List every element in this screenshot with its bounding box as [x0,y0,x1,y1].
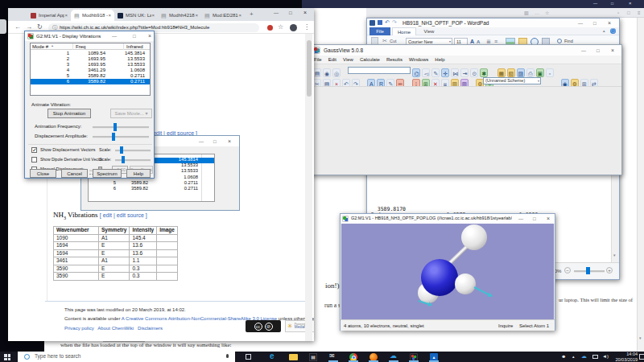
new-tab-button[interactable]: + [250,11,254,18]
tab-close-icon[interactable]: × [195,13,198,18]
maximize-icon[interactable]: □ [289,10,292,15]
tab-close-icon[interactable]: × [151,13,155,18]
nitrogen-atom[interactable] [421,259,458,296]
zoom-in-icon[interactable]: + [606,267,613,274]
avatar[interactable] [290,24,297,31]
menu-help[interactable]: Help [435,57,444,62]
hydrogen-atom-top[interactable] [461,224,487,250]
microphone-icon[interactable] [226,354,229,358]
cut-label[interactable]: Cut [390,39,397,44]
network-icon[interactable] [592,355,598,359]
minimize-icon[interactable]: — [112,34,117,39]
close-icon[interactable]: × [303,10,307,15]
show-dipole-checkbox[interactable] [31,157,37,162]
volume-icon[interactable]: ◄) [602,354,609,359]
about-link[interactable]: About ChemWiki [97,326,134,331]
save-movie-button[interactable]: Save Movie... ▾ [110,109,152,118]
close-icon[interactable]: × [608,20,611,26]
animation-frequency-handle[interactable] [114,123,117,131]
mode-row[interactable]: 21693.9513.5533 [31,56,150,62]
tab-close-icon[interactable]: × [238,13,242,18]
help-button[interactable]: Help [126,169,151,178]
maximize-icon[interactable]: □ [611,2,613,6]
wordpad-titlebar[interactable]: ↶ ↷ HB918_NH3_OPTF_POP - WordPad — □ × [367,19,619,27]
indent-icon[interactable]: ≣ [486,39,491,44]
window-icon[interactable]: □ [627,10,630,15]
mode-row[interactable]: 11089.54145.3814 [31,51,150,56]
forward-icon[interactable]: → [26,24,32,31]
onedrive-tray-icon[interactable]: ☁ [581,353,587,359]
cut-icon[interactable]: ✂ [382,38,387,43]
tab-close-icon[interactable]: × [108,13,111,18]
section-edit-links[interactable]: [ edit | edit source ] [100,212,147,218]
minimize-icon[interactable]: — [518,216,523,221]
mode-row[interactable]: 43461.291.0608 [31,68,150,73]
animation-frequency-slider[interactable] [93,126,149,129]
displacement-amplitude-slider[interactable] [93,136,149,138]
menu-windows[interactable]: Windows [409,57,428,62]
spectrum-button[interactable]: Spectrum [93,169,122,178]
find-label[interactable]: Find [564,39,573,44]
dipole-scale-slider[interactable] [115,159,151,162]
tab-moded2810[interactable]: ▤ Mod:ED2810 × [201,10,245,21]
file-explorer-icon[interactable] [289,354,298,360]
edge-icon[interactable]: e [270,352,275,360]
menu-edit[interactable]: Edit [328,57,336,62]
save-icon[interactable] [378,20,382,25]
tab-modhb918[interactable]: ▤ Modhb918 - ... × [71,10,114,21]
disclaimers-link[interactable]: Disclaimers [138,326,163,331]
maximize-icon[interactable]: □ [533,216,536,221]
page-scrollbar[interactable] [305,34,312,341]
extensions-icon[interactable]: ▥ [524,10,529,15]
redo-icon[interactable]: ↷ [392,19,397,25]
molecule-viewport[interactable] [341,224,554,319]
tab-home[interactable]: Home [392,27,416,35]
close-icon[interactable]: × [629,1,632,6]
extension-icon[interactable] [267,25,273,31]
tab-imperial[interactable]: Imperial App... × [27,10,71,21]
mode-row-selected[interactable]: 63589.820.2711 [31,79,150,84]
scroll-down-icon[interactable]: ▾ [639,336,642,340]
dipole-scale-handle[interactable] [122,156,125,163]
store-icon[interactable]: ▤ [309,353,317,361]
stop-animation-button[interactable]: Stop Animation [47,109,91,118]
close-button[interactable]: Close [30,169,56,178]
show-vectors-checkbox[interactable]: ✓ [31,147,37,153]
close-icon[interactable]: × [611,47,614,53]
maximize-icon[interactable]: □ [597,48,600,53]
hydrogen-atom-right[interactable] [455,274,476,294]
vectors-scale-handle[interactable] [120,146,123,154]
dialog-titlebar[interactable]: G2:M1:V1 - Display Vibrations — □ × [25,31,154,41]
browser-menu-icon[interactable]: ⋮ [303,24,310,31]
reload-icon[interactable]: ↻ [37,24,43,31]
menu-calculate[interactable]: Calculate [360,57,380,62]
tab-view[interactable]: View [418,27,440,35]
mode-row[interactable]: 53589.820.2711 [31,73,150,79]
maximize-icon[interactable]: □ [133,34,136,39]
list-icon[interactable]: ≡ [494,39,497,44]
displacement-amplitude-handle[interactable] [112,133,115,141]
find-icon[interactable] [557,39,562,43]
start-button[interactable] [4,354,10,360]
menu-icon[interactable]: ≡ [638,10,641,15]
maximize-icon[interactable]: □ [593,21,597,26]
tab-modhh4218[interactable]: ▤ Modhh4218 - × [158,10,201,21]
minimize-icon[interactable]: — [581,48,586,53]
privacy-policy-link[interactable]: Privacy policy [64,326,94,331]
undo-icon[interactable]: ↶ [385,19,390,25]
grow-font-icon[interactable]: A [470,39,474,44]
scheme-select[interactable]: (Unnamed Scheme)▾ [483,77,541,84]
mail-icon[interactable]: ✉ [329,353,335,360]
menu-file[interactable]: File [314,57,322,62]
collapse-ribbon-icon[interactable]: ▴ [603,29,605,33]
popout-icon[interactable]: ▫ [617,10,619,15]
zoom-slider-handle[interactable] [586,267,590,274]
zoom-out-icon[interactable]: − [564,267,571,274]
cc-badge[interactable]: cc ⊘ [246,320,281,332]
menu-results[interactable]: Results [386,57,402,62]
minimize-icon[interactable]: — [274,10,279,15]
bookmark-star-icon[interactable]: ☆ [278,24,283,31]
mode-list[interactable]: Mode # ▴ Freq Infrared 11089.54145.3814 … [30,43,151,96]
site-info-icon[interactable]: ⓘ [52,25,57,30]
clock[interactable]: 14:04 20/03/2019 [612,352,638,362]
